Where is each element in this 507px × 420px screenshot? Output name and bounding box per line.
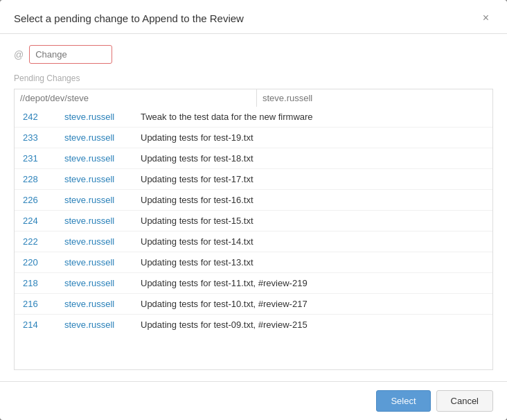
author-cell[interactable]: steve.russell [56, 128, 132, 148]
description-cell: Updating tests for test-16.txt [132, 190, 492, 211]
author-cell[interactable]: steve.russell [56, 148, 132, 169]
table-row[interactable]: 214steve.russellUpdating tests for test-… [15, 315, 492, 335]
description-cell: Updating tests for test-17.txt [132, 169, 492, 190]
author-cell[interactable]: steve.russell [56, 273, 132, 294]
table-row[interactable]: 222steve.russellUpdating tests for test-… [15, 231, 492, 252]
description-cell: Updating tests for test-14.txt [132, 231, 492, 252]
at-icon: @ [14, 49, 24, 60]
author-cell[interactable]: steve.russell [56, 211, 132, 231]
description-cell: Updating tests for test-18.txt [132, 148, 492, 169]
author-cell[interactable]: steve.russell [56, 315, 132, 335]
author-cell[interactable]: steve.russell [56, 294, 132, 315]
table-row[interactable]: 224steve.russellUpdating tests for test-… [15, 211, 492, 231]
dialog-footer: Select Cancel [0, 381, 507, 420]
cl-number[interactable]: 228 [15, 169, 56, 190]
pending-changes-label: Pending Changes [14, 73, 493, 83]
table-scroll[interactable]: 242steve.russellTweak to the test data f… [15, 107, 492, 369]
description-cell: Updating tests for test-13.txt [132, 252, 492, 273]
description-cell: Updating tests for test-11.txt, #review-… [132, 273, 492, 294]
dialog-title: Select a pending change to Append to the… [14, 12, 244, 24]
table-container: 242steve.russellTweak to the test data f… [14, 107, 493, 370]
table-row[interactable]: 220steve.russellUpdating tests for test-… [15, 252, 492, 273]
author-cell[interactable]: steve.russell [56, 107, 132, 128]
description-cell: Updating tests for test-19.txt [132, 128, 492, 148]
author-cell[interactable]: steve.russell [56, 252, 132, 273]
table-row[interactable]: 216steve.russellUpdating tests for test-… [15, 294, 492, 315]
search-input[interactable] [29, 45, 112, 64]
cl-number[interactable]: 222 [15, 231, 56, 252]
author-cell[interactable]: steve.russell [56, 169, 132, 190]
changes-table: 242steve.russellTweak to the test data f… [15, 107, 492, 335]
cl-number[interactable]: 224 [15, 211, 56, 231]
cl-number[interactable]: 242 [15, 107, 56, 128]
cl-number[interactable]: 216 [15, 294, 56, 315]
dialog-body: @ Pending Changes 242steve.russellTweak … [0, 34, 507, 381]
description-cell: Updating tests for test-09.txt, #review-… [132, 315, 492, 335]
description-cell: Updating tests for test-15.txt [132, 211, 492, 231]
table-row[interactable]: 228steve.russellUpdating tests for test-… [15, 169, 492, 190]
close-button[interactable]: × [479, 11, 493, 25]
cl-number[interactable]: 226 [15, 190, 56, 211]
table-row[interactable]: 218steve.russellUpdating tests for test-… [15, 273, 492, 294]
cl-number[interactable]: 214 [15, 315, 56, 335]
table-row[interactable]: 231steve.russellUpdating tests for test-… [15, 148, 492, 169]
cl-number[interactable]: 220 [15, 252, 56, 273]
cl-number[interactable]: 231 [15, 148, 56, 169]
author-filter-input[interactable] [257, 89, 492, 107]
cancel-button[interactable]: Cancel [436, 390, 493, 412]
table-row[interactable]: 242steve.russellTweak to the test data f… [15, 107, 492, 128]
author-cell[interactable]: steve.russell [56, 231, 132, 252]
filter-inputs-wrapper [14, 89, 493, 107]
select-button[interactable]: Select [376, 390, 430, 412]
table-row[interactable]: 233steve.russellUpdating tests for test-… [15, 128, 492, 148]
author-cell[interactable]: steve.russell [56, 190, 132, 211]
cl-number[interactable]: 218 [15, 273, 56, 294]
dialog: Select a pending change to Append to the… [0, 0, 507, 420]
dialog-header: Select a pending change to Append to the… [0, 0, 507, 34]
description-cell: Tweak to the test data for the new firmw… [132, 107, 492, 128]
path-filter-input[interactable] [15, 89, 257, 107]
description-cell: Updating tests for test-10.txt, #review-… [132, 294, 492, 315]
cl-number[interactable]: 233 [15, 128, 56, 148]
search-row: @ [14, 45, 493, 64]
table-row[interactable]: 226steve.russellUpdating tests for test-… [15, 190, 492, 211]
